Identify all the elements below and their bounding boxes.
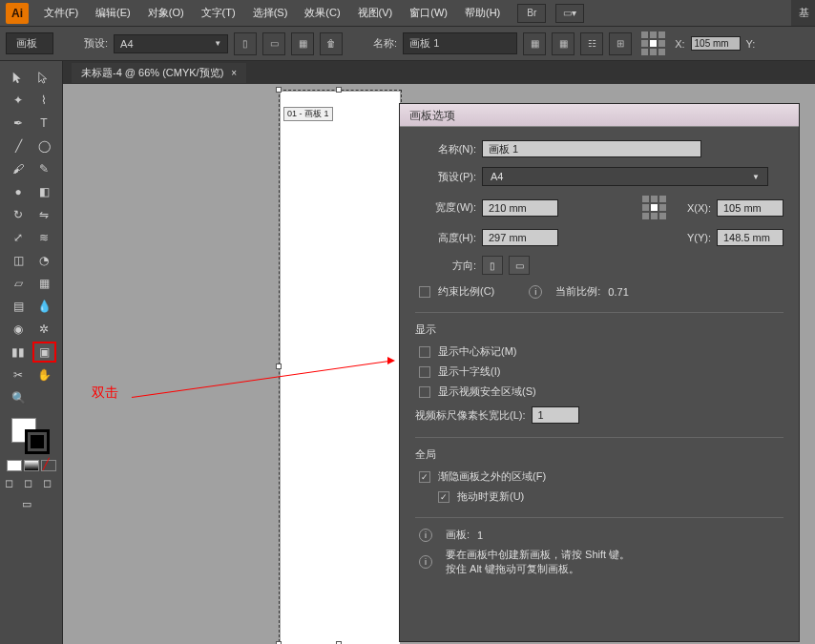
rearrange-button[interactable]: ☷: [580, 32, 603, 55]
blob-brush-tool[interactable]: ●: [7, 181, 31, 202]
reflect-tool[interactable]: ⇋: [32, 204, 56, 225]
x-input[interactable]: [691, 36, 741, 51]
shape-builder-tool[interactable]: ◔: [32, 250, 56, 271]
menu-effect[interactable]: 效果(C): [297, 2, 347, 24]
hint-text-2: 按住 Alt 键拖动可复制画板。: [446, 562, 630, 576]
artboard-name-input[interactable]: 画板 1: [403, 32, 517, 54]
direct-selection-tool[interactable]: [32, 67, 56, 88]
width-field[interactable]: [482, 199, 558, 217]
mesh-tool[interactable]: ▦: [32, 273, 56, 294]
video-ratio-field[interactable]: [532, 406, 579, 424]
bridge-button[interactable]: Br: [517, 4, 546, 23]
screen-mode-button[interactable]: ▭: [22, 498, 41, 513]
gradient-tool[interactable]: ▤: [7, 296, 31, 317]
align-button[interactable]: ▦: [552, 32, 575, 55]
annotation-arrow-head: [387, 357, 395, 364]
document-tab[interactable]: 未标题-4 @ 66% (CMYK/预览) ×: [72, 63, 246, 83]
menu-object[interactable]: 对象(O): [140, 2, 192, 24]
close-tab-icon[interactable]: ×: [231, 68, 237, 78]
handle-ml[interactable]: [276, 364, 282, 369]
free-transform-tool[interactable]: ◫: [7, 250, 31, 271]
x-label: X:: [675, 38, 684, 50]
menu-window[interactable]: 窗口(W): [402, 2, 455, 24]
perspective-tool[interactable]: ▱: [7, 273, 31, 294]
draw-normal[interactable]: ◻: [5, 477, 20, 492]
name-label: 名称:: [373, 36, 397, 51]
eraser-tool[interactable]: ◧: [32, 181, 56, 202]
menu-help[interactable]: 帮助(H): [457, 2, 508, 24]
mode-indicator: 画板: [6, 32, 53, 54]
height-field[interactable]: [482, 229, 558, 246]
y-field[interactable]: [717, 229, 784, 246]
orientation-portrait-button[interactable]: ▯: [234, 32, 257, 55]
handle-tm[interactable]: [336, 87, 342, 93]
width-tool[interactable]: ≋: [32, 227, 56, 248]
drag-update-label: 拖动时更新(U): [457, 489, 524, 504]
magic-wand-tool[interactable]: ✦: [7, 90, 31, 111]
delete-artboard-button[interactable]: 🗑: [320, 32, 343, 55]
draw-behind[interactable]: ◻: [24, 477, 39, 492]
fill-solid[interactable]: [7, 460, 22, 471]
paintbrush-tool[interactable]: 🖌: [7, 158, 31, 179]
artboard-tool[interactable]: ▣: [32, 342, 56, 363]
name-field[interactable]: [482, 140, 701, 157]
menu-edit[interactable]: 编辑(E): [88, 2, 138, 24]
hand-tool[interactable]: ✋: [32, 364, 56, 385]
blend-tool[interactable]: ◉: [7, 319, 31, 340]
drag-update-checkbox[interactable]: [438, 491, 449, 503]
color-swatches[interactable]: [0, 418, 62, 456]
handle-tl[interactable]: [276, 87, 282, 93]
fade-label: 渐隐画板之外的区域(F): [438, 469, 546, 484]
orient-portrait-button[interactable]: ▯: [482, 256, 503, 275]
menu-select[interactable]: 选择(S): [245, 2, 296, 24]
lasso-tool[interactable]: ⌇: [32, 90, 56, 111]
pen-tool[interactable]: ✒: [7, 113, 31, 134]
ratio-label: 当前比例:: [555, 284, 600, 299]
menu-file[interactable]: 文件(F): [36, 2, 86, 24]
control-bar: 画板 预设: A4▼ ▯ ▭ ▦ 🗑 名称: 画板 1 ▦ ▦ ☷ ⊞ X: Y…: [0, 27, 815, 61]
stroke-swatch[interactable]: [25, 429, 50, 454]
rotate-tool[interactable]: ↻: [7, 204, 31, 225]
scale-tool[interactable]: ⤢: [7, 227, 31, 248]
grid-button[interactable]: ⊞: [609, 32, 632, 55]
preset-select[interactable]: A4▼: [114, 34, 228, 53]
fill-gradient[interactable]: [24, 460, 39, 471]
pencil-tool[interactable]: ✎: [32, 158, 56, 179]
orient-landscape-button[interactable]: ▭: [509, 256, 530, 275]
eyedropper-tool[interactable]: 💧: [32, 296, 56, 317]
x-field[interactable]: [717, 199, 784, 217]
ellipse-tool[interactable]: ◯: [32, 135, 56, 156]
type-tool[interactable]: T: [32, 113, 56, 134]
symbol-sprayer-tool[interactable]: ✲: [32, 319, 56, 340]
show-cross-checkbox[interactable]: [419, 366, 430, 378]
new-artboard-button[interactable]: ▦: [291, 32, 314, 55]
slice-tool[interactable]: ✂: [7, 364, 31, 385]
document-tab-bar: 未标题-4 @ 66% (CMYK/预览) ×: [0, 61, 815, 84]
show-center-checkbox[interactable]: [419, 346, 430, 358]
workspace-label[interactable]: 基: [799, 6, 809, 20]
menu-type[interactable]: 文字(T): [194, 2, 243, 24]
line-tool[interactable]: ╱: [7, 135, 31, 156]
artboard-count-label: 画板:: [446, 528, 470, 542]
fade-checkbox[interactable]: [419, 471, 430, 483]
reference-point[interactable]: [642, 196, 666, 219]
show-safe-checkbox[interactable]: [419, 386, 430, 398]
selection-tool[interactable]: [7, 67, 31, 88]
orientation-landscape-button[interactable]: ▭: [262, 32, 285, 55]
arrange-button[interactable]: ▭▾: [555, 4, 584, 23]
options-button[interactable]: ▦: [523, 32, 546, 55]
draw-inside[interactable]: ◻: [43, 477, 58, 492]
info-count-icon: i: [419, 529, 432, 542]
artboard-label[interactable]: 01 - 画板 1: [283, 107, 333, 121]
graph-tool[interactable]: ▮▮: [7, 342, 31, 363]
info-hint-icon: i: [419, 555, 432, 569]
artboard-options-panel: 画板选项 名称(N): 预设(P): A4▼ 宽度(W): X(X): 高度(H…: [399, 103, 800, 642]
preset-field[interactable]: A4▼: [482, 167, 768, 186]
menu-view[interactable]: 视图(V): [350, 2, 401, 24]
constrain-label: 约束比例(C): [438, 284, 494, 299]
constrain-checkbox[interactable]: [419, 286, 430, 298]
zoom-tool[interactable]: 🔍: [7, 387, 31, 408]
fill-none[interactable]: ╱: [41, 460, 56, 471]
anchor-reference[interactable]: [641, 31, 665, 55]
orient-label: 方向:: [415, 259, 476, 273]
